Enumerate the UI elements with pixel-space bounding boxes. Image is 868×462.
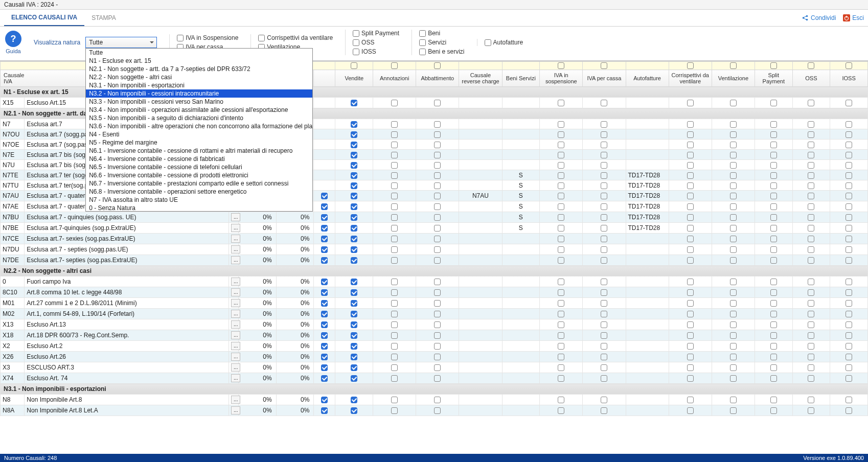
grid-checkbox[interactable] bbox=[808, 121, 814, 128]
grid-checkbox[interactable] bbox=[434, 236, 441, 242]
grid-checkbox[interactable] bbox=[558, 407, 564, 414]
column-header[interactable]: IOSS bbox=[830, 70, 868, 87]
grid-checkbox[interactable] bbox=[730, 182, 737, 189]
filter-check-servizi[interactable]: Servizi bbox=[419, 39, 464, 46]
dropdown-item[interactable]: N3.2 - Non imponibili - cessioni intraco… bbox=[86, 89, 312, 98]
table-row[interactable]: N7CEEsclusa art.7- sexies (sog.pas.Extra… bbox=[1, 234, 868, 244]
grid-checkbox[interactable] bbox=[558, 332, 564, 339]
grid-checkbox[interactable] bbox=[321, 407, 328, 414]
grid-checkbox[interactable] bbox=[391, 236, 398, 242]
grid-checkbox[interactable] bbox=[351, 332, 357, 339]
dropdown-item[interactable]: N3.3 - Non imponibili - cessioni verso S… bbox=[86, 98, 312, 106]
filter-check[interactable] bbox=[351, 62, 357, 69]
grid-checkbox[interactable] bbox=[808, 364, 814, 371]
grid-checkbox[interactable] bbox=[730, 121, 737, 128]
grid-checkbox[interactable] bbox=[321, 236, 328, 242]
grid-checkbox[interactable] bbox=[770, 131, 777, 138]
column-header[interactable]: IVA in sospensione bbox=[540, 70, 583, 87]
grid-checkbox[interactable] bbox=[770, 289, 777, 296]
grid-checkbox[interactable] bbox=[434, 142, 441, 148]
grid-checkbox[interactable] bbox=[558, 311, 564, 317]
grid-checkbox[interactable] bbox=[770, 375, 777, 382]
ellipsis-button[interactable]: ... bbox=[231, 374, 240, 382]
grid-checkbox[interactable] bbox=[351, 162, 357, 169]
grid-checkbox[interactable] bbox=[846, 193, 852, 199]
grid-checkbox[interactable] bbox=[730, 131, 737, 138]
grid-checkbox[interactable] bbox=[770, 332, 777, 339]
grid-checkbox[interactable] bbox=[808, 225, 814, 232]
dropdown-item[interactable]: N3.5 - Non imponibili - a seguito di dic… bbox=[86, 114, 312, 122]
grid-checkbox[interactable] bbox=[558, 152, 564, 158]
grid-checkbox[interactable] bbox=[687, 225, 694, 232]
grid-checkbox[interactable] bbox=[434, 332, 441, 339]
exit-button[interactable]: Esci bbox=[843, 14, 864, 21]
ellipsis-button[interactable]: ... bbox=[231, 213, 240, 221]
grid-checkbox[interactable] bbox=[601, 121, 607, 128]
grid-checkbox[interactable] bbox=[730, 332, 737, 339]
dropdown-item[interactable]: N3.4 - Non imponibili - operazioni assim… bbox=[86, 106, 312, 114]
grid-checkbox[interactable] bbox=[770, 407, 777, 414]
grid-checkbox[interactable] bbox=[730, 193, 737, 199]
filter-check[interactable] bbox=[846, 62, 852, 69]
grid-checkbox[interactable] bbox=[730, 236, 737, 242]
grid-checkbox[interactable] bbox=[770, 225, 777, 232]
grid-checkbox[interactable] bbox=[687, 407, 694, 414]
ellipsis-button[interactable]: ... bbox=[231, 235, 240, 243]
group-row[interactable]: N2.2 - Non soggette - altri casi bbox=[1, 266, 868, 276]
grid-checkbox[interactable] bbox=[808, 246, 814, 253]
grid-checkbox[interactable] bbox=[351, 300, 357, 307]
grid-checkbox[interactable] bbox=[687, 172, 694, 179]
cell-expand[interactable]: ... bbox=[229, 298, 239, 309]
grid-checkbox[interactable] bbox=[391, 225, 398, 232]
column-header[interactable]: Ventilazione bbox=[712, 70, 755, 87]
tab-stampa[interactable]: STAMPA bbox=[84, 10, 123, 26]
grid-checkbox[interactable] bbox=[730, 162, 737, 169]
cell-expand[interactable]: ... bbox=[229, 395, 239, 405]
grid-checkbox[interactable] bbox=[808, 375, 814, 382]
ellipsis-button[interactable]: ... bbox=[231, 299, 240, 307]
grid-checkbox[interactable] bbox=[321, 321, 328, 328]
grid-checkbox[interactable] bbox=[601, 407, 607, 414]
grid-checkbox[interactable] bbox=[730, 100, 737, 106]
grid-checkbox[interactable] bbox=[351, 364, 357, 371]
column-header[interactable]: Annotazioni bbox=[373, 70, 416, 87]
dropdown-item[interactable]: Tutte bbox=[86, 49, 312, 57]
grid-checkbox[interactable] bbox=[321, 203, 328, 210]
grid-checkbox[interactable] bbox=[846, 397, 852, 403]
cell-expand[interactable]: ... bbox=[229, 362, 239, 373]
grid-checkbox[interactable] bbox=[558, 397, 564, 403]
grid-checkbox[interactable] bbox=[846, 343, 852, 350]
grid-checkbox[interactable] bbox=[321, 289, 328, 296]
table-row[interactable]: X2Escluso Art.2...0%0% bbox=[1, 341, 868, 352]
grid-checkbox[interactable] bbox=[730, 225, 737, 232]
column-header[interactable]: Beni Servizi bbox=[502, 70, 540, 87]
grid-checkbox[interactable] bbox=[351, 246, 357, 253]
grid-checkbox[interactable] bbox=[351, 236, 357, 242]
grid-checkbox[interactable] bbox=[601, 375, 607, 382]
grid-checkbox[interactable] bbox=[321, 354, 328, 360]
grid-checkbox[interactable] bbox=[601, 162, 607, 169]
grid-checkbox[interactable] bbox=[687, 397, 694, 403]
grid-checkbox[interactable] bbox=[434, 100, 441, 106]
grid-checkbox[interactable] bbox=[391, 162, 398, 169]
grid-checkbox[interactable] bbox=[601, 246, 607, 253]
grid-checkbox[interactable] bbox=[434, 182, 441, 189]
grid-checkbox[interactable] bbox=[808, 162, 814, 169]
cell-expand[interactable]: ... bbox=[229, 319, 239, 330]
grid-checkbox[interactable] bbox=[687, 257, 694, 264]
table-row[interactable]: M02Art.1, commi 54-89, L.190/14 (Forfeta… bbox=[1, 309, 868, 319]
grid-checkbox[interactable] bbox=[808, 332, 814, 339]
grid-checkbox[interactable] bbox=[434, 279, 441, 285]
filter-check-iva-in-sospensione[interactable]: IVA in Sospensione bbox=[177, 34, 238, 41]
grid-checkbox[interactable] bbox=[321, 246, 328, 253]
grid-checkbox[interactable] bbox=[730, 311, 737, 317]
grid-checkbox[interactable] bbox=[846, 182, 852, 189]
table-row[interactable]: X74Escluso Art. 74...0%0% bbox=[1, 373, 868, 384]
dropdown-item[interactable]: N6.5 - Inversione contabile - cessione d… bbox=[86, 163, 312, 171]
grid-checkbox[interactable] bbox=[391, 152, 398, 158]
dropdown-item[interactable]: N5 - Regime del margine bbox=[86, 138, 312, 147]
grid-checkbox[interactable] bbox=[391, 321, 398, 328]
grid-checkbox[interactable] bbox=[687, 375, 694, 382]
grid-checkbox[interactable] bbox=[321, 343, 328, 350]
filter-check[interactable] bbox=[770, 62, 777, 69]
